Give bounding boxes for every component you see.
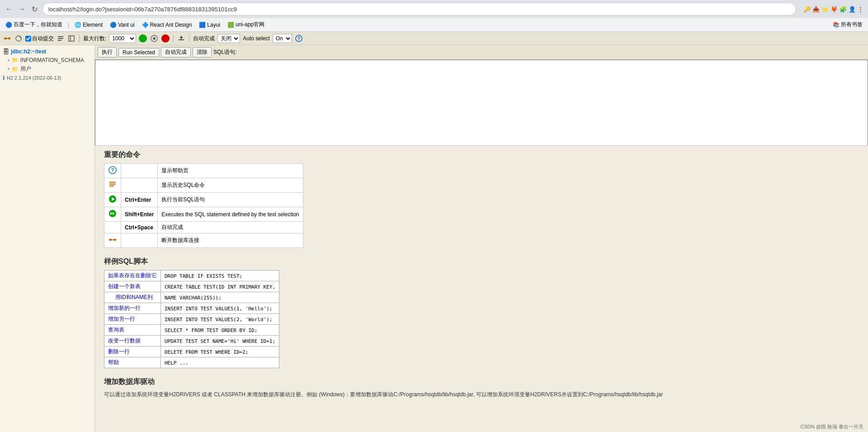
clear-btn[interactable]: 清除: [193, 47, 212, 57]
sample-action-9[interactable]: 帮助: [108, 359, 119, 366]
bookmark-element[interactable]: 🌐 Element: [73, 21, 104, 29]
bookmark-react[interactable]: 🔷 React Ant Design: [140, 21, 194, 29]
close-select[interactable]: 关闭 打开: [217, 34, 240, 43]
sample-action-5[interactable]: 增加另一行: [108, 316, 135, 322]
refresh-db-button[interactable]: [14, 34, 23, 43]
help-button[interactable]: ?: [295, 34, 303, 43]
history-cmd-icon: [108, 180, 117, 189]
forward-button[interactable]: →: [17, 5, 26, 14]
sidebar-schema1-item[interactable]: + 📁 INFORMATION_SCHEMA: [0, 56, 94, 64]
disconnect-cmd-icon: [108, 235, 117, 244]
auto-submit-label: 自动提交: [32, 35, 54, 43]
stop-icon: [150, 34, 158, 43]
export-button[interactable]: [177, 34, 185, 43]
svg-rect-6: [58, 40, 61, 41]
toolbar-sep-1: [79, 34, 80, 43]
layui-icon: 🟦: [199, 22, 206, 28]
sample-action-4[interactable]: 增加新的一行: [108, 305, 141, 311]
sample-action-2[interactable]: 创建一个新表: [108, 283, 141, 290]
cmd-shortcut-4: Shift+Enter: [121, 207, 158, 222]
table-row: 创建一个新表 CREATE TABLE TEST(ID INT PRIMARY …: [104, 281, 279, 292]
auto-select-select[interactable]: On Off: [273, 34, 292, 43]
sample-sql-section: 样例SQL脚本 如果表存在在删除它 DROP TABLE IF EXISTS T…: [104, 257, 859, 368]
svg-rect-16: [109, 182, 116, 183]
svg-text:?: ?: [111, 167, 114, 173]
max-rows-select[interactable]: 1000 100 500 10000: [109, 34, 136, 43]
add-driver-section: 增加数据库驱动 可以通过添加系统环境变量H2DRIVERS 或者 CLASSPA…: [104, 377, 859, 399]
table-row: Ctrl+Space 自动完成: [104, 222, 303, 233]
history-button[interactable]: [57, 34, 65, 43]
table-row: Ctrl+Enter 执行当前SQL语句: [104, 193, 303, 207]
baidu-icon: 🔵: [5, 22, 12, 28]
disconnect-button[interactable]: [3, 34, 12, 43]
sql-editor[interactable]: [95, 60, 868, 146]
export-icon: [178, 35, 185, 42]
sample-action-1[interactable]: 如果表存在在删除它: [108, 272, 157, 279]
bookmark-vant[interactable]: 🔵 Vant ui: [108, 21, 136, 29]
sample-code-8: DELETE FROM TEST WHERE ID=2;: [165, 349, 248, 355]
folder-icon-1: 📁: [12, 57, 19, 63]
svg-rect-24: [109, 239, 112, 241]
table-row: 显示历史SQL命令: [104, 178, 303, 193]
sql-label: SQL语句:: [213, 48, 236, 56]
react-icon: 🔷: [142, 22, 149, 28]
table-row: 查询表 SELECT * FROM TEST ORDER BY ID;: [104, 325, 279, 336]
important-commands-section: 重要的命令 ? 显示帮助页 显示历史SQL命令: [104, 150, 859, 248]
help-icon: ?: [295, 35, 302, 42]
bookmark-all[interactable]: 📚 所有书签: [831, 20, 864, 29]
svg-rect-4: [58, 36, 63, 37]
vant-icon: 🔵: [110, 22, 117, 28]
db-icon: 🗄: [3, 48, 9, 55]
sample-table: 如果表存在在删除它 DROP TABLE IF EXISTS TEST; 创建一…: [104, 270, 279, 368]
table-row: 删除一行 DELETE FROM TEST WHERE ID=2;: [104, 347, 279, 357]
sample-action-3[interactable]: 用ID和NAME列: [108, 294, 153, 300]
sample-action-8[interactable]: 删除一行: [108, 348, 130, 355]
profile-icon: 👤: [849, 6, 856, 13]
table-row: 断开数据库连接: [104, 233, 303, 248]
run-sel-cmd-icon: [108, 209, 117, 218]
auto-complete-btn[interactable]: 自动完成: [161, 47, 191, 57]
cmd-desc-2: 显示历史SQL命令: [158, 178, 303, 193]
important-commands-title: 重要的命令: [104, 150, 859, 160]
refresh-db-icon: [15, 35, 22, 42]
auto-submit-checkbox[interactable]: 自动提交: [25, 35, 54, 43]
table-row: 增加新的一行 INSERT INTO TEST VALUES(1, 'Hello…: [104, 303, 279, 314]
sample-code-4: INSERT INTO TEST VALUES(1, 'Hello');: [165, 306, 272, 312]
commands-table: ? 显示帮助页 显示历史SQL命令 Ctrl+Enter 执行当: [104, 163, 303, 248]
bookmark-baidu[interactable]: 🔵 百度一下，你就知道: [4, 20, 64, 29]
svg-rect-1: [8, 38, 10, 39]
fox-icon: 🦊: [830, 6, 838, 13]
add-driver-title: 增加数据库驱动: [104, 377, 859, 387]
refresh-button[interactable]: ↻: [30, 5, 39, 14]
run-selected-btn[interactable]: Run Selected: [118, 48, 159, 57]
stop-button[interactable]: [150, 34, 159, 43]
svg-rect-25: [113, 239, 116, 241]
star-icon: ⭐: [821, 6, 829, 13]
execute-btn[interactable]: 执行: [98, 47, 117, 57]
puzzle-icon: 🧩: [840, 6, 847, 13]
auto-submit-input[interactable]: [25, 36, 31, 42]
bookmark-layui[interactable]: 🟦 Layui: [197, 21, 222, 29]
help-cmd-icon: ?: [108, 166, 117, 175]
sample-code-9: HELP ...: [165, 360, 189, 366]
add-driver-text: 可以通过添加系统环境变量H2DRIVERS 或者 CLASSPATH 来增加数据…: [104, 390, 859, 399]
sidebar-schema2-item[interactable]: + 📁 用户: [0, 64, 94, 74]
menu-icon[interactable]: ⋮: [858, 6, 863, 13]
sidebar-db-item[interactable]: 🗄 jdbc:h2:~/test: [0, 47, 94, 56]
cancel-button[interactable]: [161, 34, 170, 43]
disconnect-icon: [3, 34, 11, 43]
sidebar-db-label: jdbc:h2:~/test: [11, 48, 46, 55]
sample-action-7[interactable]: 改变一行数据: [108, 337, 141, 344]
settings-button[interactable]: [67, 34, 75, 43]
browser-nav: ← → ↻ 🔑 📤 ⭐ 🦊 🧩 👤 ⋮: [0, 0, 868, 18]
bookmark-uniapp[interactable]: 🟩 uni-app官网: [226, 20, 266, 29]
sample-action-6[interactable]: 查询表: [108, 327, 124, 333]
folder-icon-2: 📁: [12, 66, 19, 72]
toolbar-sep-3: [189, 34, 189, 43]
svg-point-3: [16, 36, 21, 41]
back-button[interactable]: ←: [5, 5, 14, 14]
sidebar-schema1-label: INFORMATION_SCHEMA: [20, 57, 84, 63]
address-bar[interactable]: [42, 3, 796, 15]
cmd-shortcut-5: Ctrl+Space: [121, 222, 158, 233]
run-button[interactable]: [139, 34, 147, 43]
